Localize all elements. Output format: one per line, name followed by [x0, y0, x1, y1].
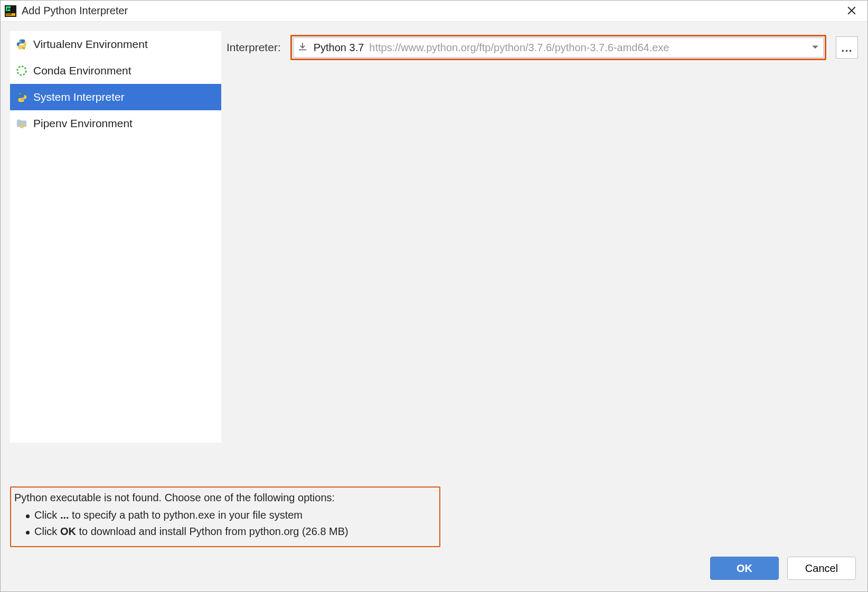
conda-icon: [15, 64, 28, 77]
interpreter-label: Interpreter:: [227, 41, 281, 54]
python-icon: [15, 91, 28, 103]
pycharm-app-icon: PC EAP: [5, 5, 16, 17]
svg-point-10: [20, 93, 21, 94]
chevron-down-icon: [812, 43, 819, 52]
title-bar: PC EAP Add Python Interpreter: [1, 1, 867, 22]
right-panel: Interpreter: Python 3.7 https://www.pyth…: [227, 31, 858, 481]
sidebar-item-conda[interactable]: Conda Environment: [10, 58, 221, 84]
hint-item-browse: Click ... to specify a path to python.ex…: [26, 507, 434, 523]
window-title: Add Python Interpreter: [22, 5, 842, 17]
text-bold: OK: [60, 526, 76, 537]
svg-text:PC: PC: [7, 7, 13, 12]
ok-button[interactable]: OK: [710, 557, 779, 580]
sidebar-item-system[interactable]: System Interpreter: [10, 84, 221, 110]
text: to specify a path to python.exe in your …: [69, 509, 303, 521]
env-type-sidebar: V Virtualenv Environment Conda Environme…: [10, 31, 221, 443]
svg-point-9: [17, 66, 26, 75]
sidebar-item-label: Pipenv Environment: [33, 117, 133, 130]
svg-text:V: V: [23, 46, 26, 50]
hint-title: Python executable is not found. Choose o…: [14, 492, 434, 504]
sidebar-item-pipenv[interactable]: Pipenv Environment: [10, 110, 221, 137]
text: to download and install Python from pyth…: [76, 526, 348, 537]
ellipsis-icon: ...: [841, 45, 852, 51]
text: Click: [34, 509, 60, 521]
dialog-footer: OK Cancel: [10, 547, 858, 582]
interpreter-field-row: Interpreter: Python 3.7 https://www.pyth…: [227, 31, 858, 61]
hint-item-download: Click OK to download and install Python …: [26, 523, 434, 540]
dialog-window: PC EAP Add Python Interpreter: [0, 0, 868, 592]
sidebar-item-virtualenv[interactable]: V Virtualenv Environment: [10, 31, 221, 58]
sidebar-item-label: System Interpreter: [33, 91, 125, 103]
interpreter-dropdown[interactable]: Python 3.7 https://www.python.org/ftp/py…: [293, 37, 824, 58]
text: Click: [34, 526, 60, 537]
browse-button[interactable]: ...: [836, 36, 858, 59]
interpreter-dropdown-highlight: Python 3.7 https://www.python.org/ftp/py…: [290, 35, 826, 60]
close-icon[interactable]: [842, 5, 861, 17]
dialog-body: V Virtualenv Environment Conda Environme…: [1, 22, 867, 591]
sidebar-item-label: Virtualenv Environment: [33, 38, 148, 51]
cancel-button[interactable]: Cancel: [787, 557, 856, 580]
text-bold: ...: [60, 509, 69, 521]
python-icon: V: [15, 38, 28, 51]
hint-box: Python executable is not found. Choose o…: [10, 486, 440, 547]
folder-icon: [15, 117, 28, 130]
dropdown-selected-name: Python 3.7: [314, 42, 364, 54]
sidebar-item-label: Conda Environment: [33, 64, 131, 77]
download-icon: [298, 42, 308, 53]
svg-point-7: [20, 41, 21, 42]
hint-list: Click ... to specify a path to python.ex…: [14, 507, 434, 540]
main-row: V Virtualenv Environment Conda Environme…: [10, 31, 858, 481]
svg-text:EAP: EAP: [6, 13, 12, 16]
dropdown-selected-url: https://www.python.org/ftp/python/3.7.6/…: [369, 42, 806, 54]
